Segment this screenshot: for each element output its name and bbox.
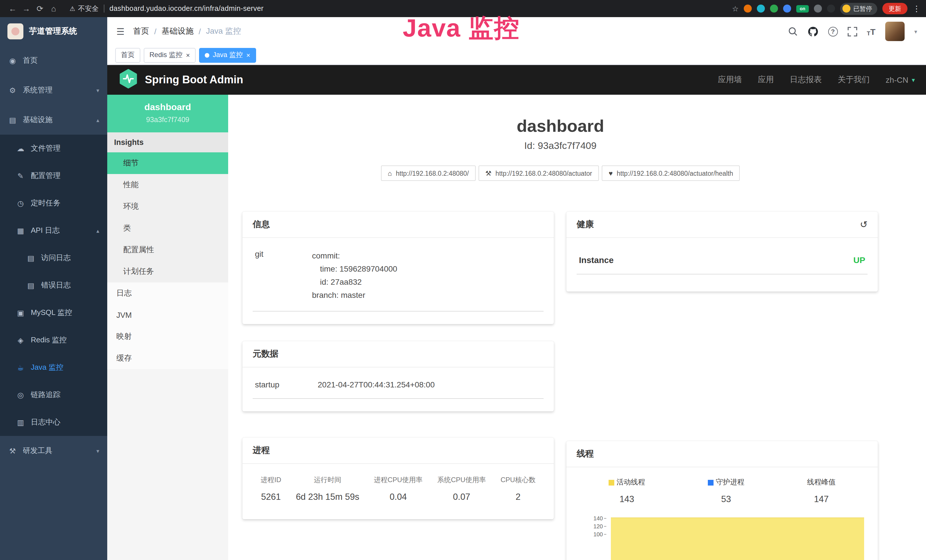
close-icon[interactable]: × bbox=[186, 51, 190, 59]
app-logo-row[interactable]: 芋道管理系统 bbox=[0, 17, 107, 45]
sba-item-config-props[interactable]: 配置属性 bbox=[107, 239, 228, 261]
sba-section-insights: Insights bbox=[107, 132, 228, 152]
back-icon[interactable]: ← bbox=[6, 4, 20, 13]
process-card: 进程 进程ID 5261 运行时间 bbox=[242, 437, 554, 519]
sidebar-item-error-log[interactable]: ▤ 错误日志 bbox=[0, 272, 107, 299]
github-icon[interactable] bbox=[807, 26, 818, 37]
sba-item-jvm[interactable]: JVM bbox=[107, 304, 228, 326]
security-label[interactable]: 不安全 bbox=[78, 4, 99, 14]
instance-link-home[interactable]: ⌂ http://192.168.0.2:48080/ bbox=[381, 165, 476, 181]
sba-nav-about[interactable]: 关于我们 bbox=[838, 75, 870, 85]
trace-icon: ◎ bbox=[16, 390, 25, 399]
sidebar-item-access-log[interactable]: ▤ 访问日志 bbox=[0, 244, 107, 272]
process-stats: 进程ID 5261 运行时间 6d 23h 15m 59s bbox=[253, 473, 543, 507]
sidebar-item-infra[interactable]: ▤ 基础设施 ▴ bbox=[0, 105, 107, 135]
infra-submenu: ☁ 文件管理 ✎ 配置管理 ◷ 定时任务 ▦ API 日志 ▴ ▤ bbox=[0, 135, 107, 436]
sidebar-item-java-monitor[interactable]: ☕ Java 监控 bbox=[0, 354, 107, 381]
sba-instance-block[interactable]: dashboard 93a3fc7f7409 bbox=[107, 95, 228, 132]
extension-on-badge[interactable]: on bbox=[796, 5, 809, 12]
address-bar[interactable]: ⚠ 不安全 dashboard.yudao.iocoder.cn/infra/a… bbox=[70, 4, 263, 14]
search-icon[interactable] bbox=[787, 26, 798, 36]
sba-nav-journal[interactable]: 日志报表 bbox=[790, 75, 822, 85]
fullscreen-icon[interactable] bbox=[847, 27, 857, 36]
instance-link-health[interactable]: ♥ http://192.168.0.2:48080/actuator/heal… bbox=[602, 165, 740, 181]
profile-avatar-icon bbox=[843, 5, 850, 12]
sba-locale-select[interactable]: zh-CN ▾ bbox=[886, 75, 915, 85]
forward-icon[interactable]: → bbox=[20, 4, 33, 13]
sidebar-item-log-center[interactable]: ▥ 日志中心 bbox=[0, 409, 107, 436]
user-avatar[interactable] bbox=[885, 22, 905, 41]
health-card: 健康 ↺ Instance UP bbox=[566, 212, 878, 292]
sidebar-item-redis-monitor[interactable]: ◈ Redis 监控 bbox=[0, 326, 107, 354]
health-icon: ♥ bbox=[608, 169, 613, 177]
sba-item-caches[interactable]: 缓存 bbox=[107, 348, 228, 369]
stat-process-cpu: 进程CPU使用率 0.04 bbox=[374, 475, 423, 502]
bookmark-star-icon[interactable]: ☆ bbox=[732, 4, 738, 13]
extension-icon[interactable] bbox=[744, 5, 752, 12]
extension-icon[interactable] bbox=[814, 5, 822, 12]
sba-nav-applications[interactable]: 应用 bbox=[758, 75, 774, 85]
chrome-menu-icon[interactable]: ⋮ bbox=[912, 4, 921, 13]
screenshot-root: ← → ⟳ ⌂ ⚠ 不安全 dashboard.yudao.iocoder.cn… bbox=[0, 0, 926, 560]
annotation-java-monitor: Java 监控 bbox=[403, 11, 520, 45]
sidebar-item-cron-task[interactable]: ◷ 定时任务 bbox=[0, 189, 107, 217]
legend-peak-threads: 线程峰值 147 bbox=[807, 478, 835, 504]
sba-item-mappings[interactable]: 映射 bbox=[107, 326, 228, 348]
sba-logo-icon bbox=[119, 69, 138, 91]
instance-link-actuator[interactable]: ⚒ http://192.168.0.2:48080/actuator bbox=[478, 165, 599, 181]
sidebar-item-config-manage[interactable]: ✎ 配置管理 bbox=[0, 162, 107, 189]
chrome-toolbar-right: ☆ on 已暂停 更新 ⋮ bbox=[732, 3, 921, 15]
legend-swatch bbox=[608, 480, 614, 485]
sidebar-item-api-log[interactable]: ▦ API 日志 ▴ bbox=[0, 217, 107, 244]
close-icon[interactable]: × bbox=[246, 51, 250, 59]
sidebar-item-file-manage[interactable]: ☁ 文件管理 bbox=[0, 135, 107, 162]
sidebar-item-system[interactable]: ⚙ 系统管理 ▾ bbox=[0, 75, 107, 105]
sidebar-item-mysql-monitor[interactable]: ▣ MySQL 监控 bbox=[0, 299, 107, 326]
sidebar-item-home[interactable]: ◉ 首页 bbox=[0, 45, 107, 75]
font-size-icon[interactable]: TT bbox=[867, 27, 876, 36]
chrome-update-button[interactable]: 更新 bbox=[882, 3, 908, 14]
extension-icon[interactable] bbox=[783, 5, 791, 12]
reload-icon[interactable]: ⟳ bbox=[33, 4, 47, 13]
tab-java-monitor[interactable]: Java 监控 × bbox=[199, 48, 256, 62]
tab-redis-monitor[interactable]: Redis 监控 × bbox=[144, 48, 196, 62]
sba-item-details[interactable]: 细节 bbox=[107, 152, 228, 174]
extension-icon[interactable] bbox=[827, 5, 835, 12]
sba-item-scheduled-tasks[interactable]: 计划任务 bbox=[107, 261, 228, 282]
breadcrumb-separator: / bbox=[198, 27, 201, 36]
info-card-title: 信息 bbox=[242, 212, 554, 238]
hamburger-icon[interactable]: ☰ bbox=[117, 26, 125, 37]
sba-nav: 应用墙 应用 日志报表 关于我们 zh-CN ▾ bbox=[718, 75, 915, 85]
tab-home[interactable]: 首页 bbox=[115, 48, 140, 62]
sba-header: Spring Boot Admin 应用墙 应用 日志报表 关于我们 zh-CN… bbox=[107, 65, 926, 95]
extension-icon[interactable] bbox=[770, 5, 778, 12]
profile-paused-badge[interactable]: 已暂停 bbox=[840, 3, 877, 15]
chevron-down-icon: ▾ bbox=[96, 87, 99, 93]
sba-content: dashboard Id: 93a3fc7f7409 ⌂ http://192.… bbox=[228, 95, 926, 560]
sidebar-item-trace[interactable]: ◎ 链路追踪 bbox=[0, 381, 107, 409]
page-subtitle: Id: 93a3fc7f7409 bbox=[242, 140, 878, 152]
avatar-caret-icon[interactable]: ▾ bbox=[914, 28, 917, 35]
threads-card-title: 线程 bbox=[566, 441, 878, 467]
app-logo bbox=[8, 23, 23, 39]
sba-item-environment[interactable]: 环境 bbox=[107, 196, 228, 217]
sba-item-classes[interactable]: 类 bbox=[107, 217, 228, 239]
home-icon[interactable]: ⌂ bbox=[47, 4, 61, 13]
error-log-icon: ▤ bbox=[26, 281, 35, 289]
sba-brand-title[interactable]: Spring Boot Admin bbox=[145, 74, 243, 86]
history-icon[interactable]: ↺ bbox=[860, 219, 867, 230]
sba-item-logs[interactable]: 日志 bbox=[107, 282, 228, 304]
sba-instance-name: dashboard bbox=[113, 102, 222, 112]
help-icon[interactable]: ? bbox=[828, 27, 838, 36]
legend-live-threads: 活动线程 143 bbox=[608, 478, 645, 504]
extension-icon[interactable] bbox=[757, 5, 765, 12]
sba-nav-wallboard[interactable]: 应用墙 bbox=[718, 75, 742, 85]
threads-legend: 活动线程 143 守护进程 bbox=[576, 477, 867, 504]
sidebar-item-devtools[interactable]: ⚒ 研发工具 ▾ bbox=[0, 436, 107, 466]
info-value: commit: time: 1596289704000 id: 27aa832 … bbox=[312, 249, 397, 302]
sba-item-metrics[interactable]: 性能 bbox=[107, 174, 228, 196]
breadcrumb-home[interactable]: 首页 bbox=[133, 26, 149, 36]
breadcrumb-section[interactable]: 基础设施 bbox=[162, 26, 194, 36]
url-text[interactable]: dashboard.yudao.iocoder.cn/infra/admin-s… bbox=[109, 5, 264, 12]
app-title: 芋道管理系统 bbox=[29, 26, 77, 36]
